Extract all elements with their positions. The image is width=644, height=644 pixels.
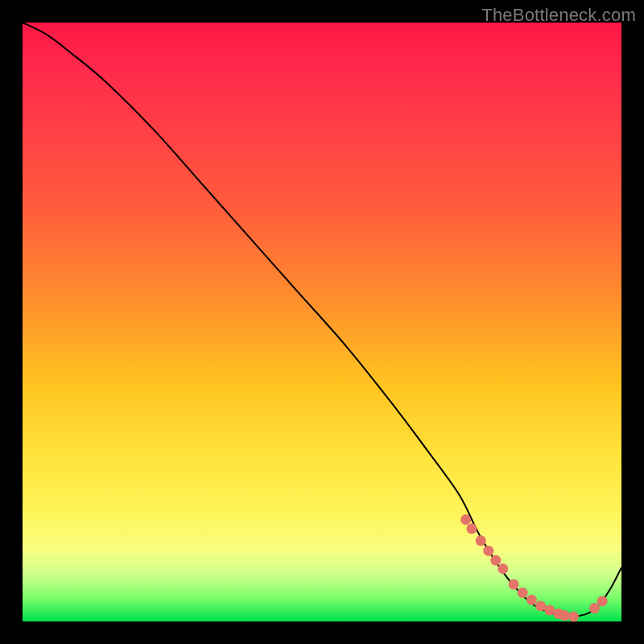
marker-dot bbox=[568, 612, 579, 622]
marker-dot bbox=[483, 546, 493, 556]
plot-area bbox=[23, 23, 621, 621]
marker-dot bbox=[597, 596, 608, 606]
marker-dot bbox=[535, 601, 546, 611]
marker-dot bbox=[497, 564, 508, 574]
marker-dot bbox=[460, 514, 471, 525]
marker-dot bbox=[490, 555, 501, 566]
marker-dot bbox=[467, 523, 477, 534]
marker-dot bbox=[476, 535, 486, 546]
marker-dot bbox=[589, 603, 600, 613]
marker-dot bbox=[518, 588, 528, 598]
curve-line bbox=[23, 23, 621, 617]
marker-dot bbox=[509, 579, 519, 589]
marker-dot bbox=[526, 595, 537, 605]
marker-dot bbox=[544, 605, 555, 615]
marker-dot bbox=[559, 610, 570, 621]
watermark-text: TheBottleneck.com bbox=[481, 5, 636, 26]
chart-frame: TheBottleneck.com bbox=[0, 0, 644, 644]
chart-svg bbox=[23, 23, 621, 621]
